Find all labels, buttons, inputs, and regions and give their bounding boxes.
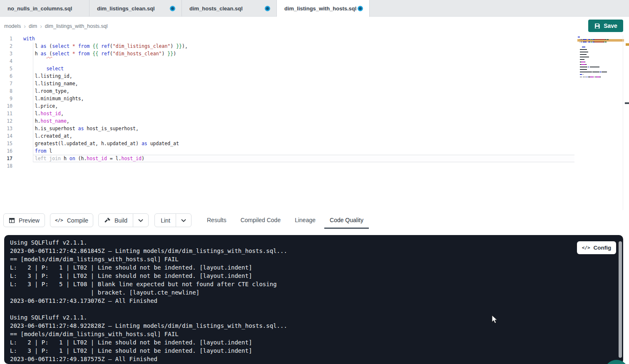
- code-line-text[interactable]: h as (select * from {{ ref("dim_hosts_cl…: [23, 50, 176, 57]
- breadcrumb: models›dim›dim_listings_with_hosts.sql: [4, 17, 108, 35]
- code-line-10: 10 l.price,: [0, 102, 629, 110]
- compile-button-label: Compile: [67, 217, 88, 224]
- line-number: 1: [0, 35, 12, 42]
- compile-code-icon: </>: [55, 218, 63, 223]
- build-dropdown-button[interactable]: [133, 213, 149, 227]
- tab-label: dim_listings_clean.sql: [97, 5, 155, 12]
- config-button-label: Config: [594, 245, 612, 251]
- editor-minimap[interactable]: [578, 36, 624, 78]
- code-line-5: 5 select: [0, 65, 629, 72]
- line-number: 3: [0, 50, 12, 57]
- code-line-4: 4: [0, 57, 629, 65]
- code-line-18: 18: [0, 162, 629, 170]
- code-icon: </>: [582, 245, 590, 250]
- breadcrumb-separator-icon: ›: [24, 23, 26, 30]
- editor-toolbar: Preview </> Compile Build Lint: [0, 210, 629, 230]
- dbt-cloud-ide: no_nulls_in_columns.sqldim_listings_clea…: [0, 0, 629, 364]
- terminal-scrollbar[interactable]: [619, 241, 622, 358]
- code-line-16: 16 from l: [0, 147, 629, 155]
- line-number: 9: [0, 95, 12, 102]
- code-line-14: 14 l.created_at,: [0, 132, 629, 140]
- code-line-text[interactable]: l.room_type,: [23, 87, 70, 95]
- line-number: 16: [0, 147, 12, 155]
- save-icon: [594, 23, 600, 29]
- code-line-11: 11 l.host_id,: [0, 110, 629, 117]
- code-line-text[interactable]: l.minimum_nights,: [23, 95, 84, 102]
- code-line-6: 6 l.listing_id,: [0, 72, 629, 80]
- lint-button-label: Lint: [161, 217, 170, 224]
- line-number: 12: [0, 117, 12, 125]
- code-line-text[interactable]: from l: [23, 147, 52, 155]
- breadcrumb-segment[interactable]: models: [4, 23, 21, 29]
- code-line-8: 8 l.room_type,: [0, 87, 629, 95]
- code-line-13: 13 h.is_superhost as host_is_superhost,: [0, 125, 629, 132]
- preview-button[interactable]: Preview: [3, 213, 45, 227]
- code-line-text[interactable]: l.created_at,: [23, 132, 72, 140]
- code-line-17: 17 left join h on (h.host_id = l.host_id…: [0, 155, 629, 162]
- code-line-7: 7 l.listing_name,: [0, 80, 629, 87]
- editor-tab-no_nulls_in_columns.sql[interactable]: no_nulls_in_columns.sql: [0, 0, 90, 17]
- result-tab-results[interactable]: Results: [207, 210, 226, 230]
- overview-ruler-warning-tick: [626, 43, 629, 46]
- code-line-text[interactable]: l.price,: [23, 102, 58, 110]
- code-line-text[interactable]: l.host_id,: [23, 110, 64, 117]
- lint-dropdown-button[interactable]: [176, 213, 191, 227]
- unsaved-changes-icon: [171, 7, 174, 10]
- editor-tab-dim_listings_clean.sql[interactable]: dim_listings_clean.sql: [90, 0, 182, 17]
- tab-label: dim_hosts_clean.sql: [189, 5, 243, 12]
- code-line-text[interactable]: with: [23, 35, 35, 42]
- code-line-text[interactable]: l as (select * from {{ ref("dim_listings…: [23, 42, 188, 50]
- code-line-text[interactable]: l.listing_id,: [23, 72, 72, 80]
- line-number: 7: [0, 80, 12, 87]
- code-line-text[interactable]: l.listing_name,: [23, 80, 78, 87]
- terminal-output-text: Using SQLFluff v2.1.1. 2023-06-06T11:27:…: [10, 238, 287, 363]
- save-button[interactable]: Save: [588, 20, 623, 32]
- result-tab-lineage[interactable]: Lineage: [295, 210, 316, 230]
- tab-label: no_nulls_in_columns.sql: [7, 5, 72, 12]
- line-number: 4: [0, 57, 12, 65]
- preview-grid-icon: [9, 218, 15, 223]
- line-number: 13: [0, 125, 12, 132]
- build-button-label: Build: [114, 217, 127, 224]
- overview-ruler-divider: [623, 35, 623, 210]
- code-line-text[interactable]: select: [23, 65, 64, 72]
- line-number: 11: [0, 110, 12, 117]
- unsaved-changes-icon: [266, 7, 269, 10]
- editor-tab-bar: no_nulls_in_columns.sqldim_listings_clea…: [0, 0, 629, 17]
- code-line-9: 9 l.minimum_nights,: [0, 95, 629, 102]
- line-number: 15: [0, 140, 12, 147]
- save-button-label: Save: [604, 22, 617, 29]
- build-hammer-icon: [104, 217, 111, 223]
- line-number: 6: [0, 72, 12, 80]
- lint-output-terminal: Using SQLFluff v2.1.1. 2023-06-06T11:27:…: [4, 235, 623, 364]
- line-number: 17: [0, 155, 12, 162]
- file-header-row: models›dim›dim_listings_with_hosts.sql S…: [0, 17, 629, 35]
- compile-button[interactable]: </> Compile: [50, 213, 93, 227]
- build-button[interactable]: Build: [98, 213, 134, 227]
- result-tab-code-quality[interactable]: Code Quality: [330, 210, 363, 230]
- code-line-text[interactable]: h.host_name,: [23, 117, 70, 125]
- line-number: 18: [0, 162, 12, 170]
- breadcrumb-segment[interactable]: dim_listings_with_hosts.sql: [45, 23, 108, 29]
- editor-tab-dim_hosts_clean.sql[interactable]: dim_hosts_clean.sql: [182, 0, 277, 17]
- editor-tab-dim_listings_with_hosts.sql[interactable]: dim_listings_with_hosts.sql: [277, 0, 370, 17]
- config-button[interactable]: </> Config: [577, 241, 616, 254]
- chevron-down-icon: [138, 219, 143, 222]
- overview-ruler-cursor-tick: [625, 102, 629, 104]
- preview-button-label: Preview: [19, 217, 40, 224]
- chevron-down-icon: [181, 219, 186, 222]
- line-number: 5: [0, 65, 12, 72]
- code-line-text[interactable]: greatest(l.updated_at, h.updated_at) as …: [23, 140, 179, 147]
- code-line-text[interactable]: left join h on (h.host_id = l.host_id): [23, 155, 144, 162]
- code-line-text[interactable]: h.is_superhost as host_is_superhost,: [23, 125, 139, 132]
- code-editor[interactable]: 1with2 l as (select * from {{ ref("dim_l…: [0, 35, 629, 210]
- lint-button[interactable]: Lint: [154, 213, 177, 227]
- minimap-line: [578, 76, 624, 78]
- breadcrumb-separator-icon: ›: [40, 23, 42, 30]
- line-number: 8: [0, 87, 12, 95]
- unsaved-changes-icon: [359, 7, 362, 10]
- breadcrumb-segment[interactable]: dim: [29, 23, 37, 29]
- result-tab-compiled-code[interactable]: Compiled Code: [241, 210, 281, 230]
- tab-label: dim_listings_with_hosts.sql: [284, 5, 356, 12]
- code-line-15: 15 greatest(l.updated_at, h.updated_at) …: [0, 140, 629, 147]
